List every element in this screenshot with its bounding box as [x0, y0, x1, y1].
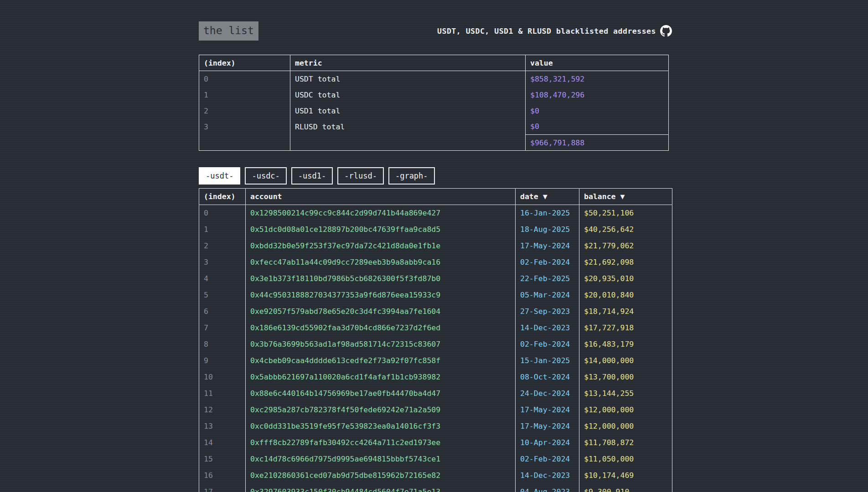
tab-bar: -usdt- -usdc- -usd1- -rlusd- -graph-: [199, 167, 672, 184]
row-date: 16-Jan-2025: [516, 205, 579, 221]
summary-header-row: (index) metric value: [199, 55, 669, 71]
tab-button[interactable]: -usdt-: [199, 167, 240, 184]
summary-row: 3 RLUSD total $0: [199, 119, 669, 135]
row-index: 0: [199, 205, 246, 221]
row-balance: $20,010,840: [579, 287, 672, 303]
row-date: 17-May-2024: [516, 238, 579, 254]
summary-total-empty-metric: [290, 135, 526, 151]
row-balance: $13,700,000: [579, 369, 672, 385]
summary-table: (index) metric value 0 USDT total $858,3…: [199, 55, 669, 151]
row-balance: $12,000,000: [579, 418, 672, 435]
table-row: 17 0x3297603933c150f30cb94484cd5604f7e71…: [199, 484, 672, 492]
table-row: 11 0x88e6c440164b14756969be17ae0fb44470b…: [199, 385, 672, 402]
row-date: 22-Feb-2025: [516, 271, 579, 287]
summary-col-metric: metric: [290, 55, 526, 71]
row-date: 05-Mar-2024: [516, 287, 579, 303]
row-balance: $11,708,872: [579, 435, 672, 451]
table-row: 3 0xfecc47ab11a44c09d9cc7289eeb3b9a8abb9…: [199, 254, 672, 271]
row-account: 0x186e6139cd55902faa3d70b4cd866e7237d2f6…: [246, 320, 516, 336]
row-account: 0xe2102860361ced07ab9d75dbe815962b72165e…: [246, 467, 516, 484]
main-col-balance-sort[interactable]: balance ▼: [579, 189, 672, 205]
row-date: 02-Feb-2024: [516, 254, 579, 271]
summary-row-index: 2: [199, 103, 290, 119]
row-balance: $9,300,910: [579, 484, 672, 492]
summary-row: 0 USDT total $858,321,592: [199, 71, 669, 87]
row-balance: $18,714,924: [579, 303, 672, 320]
main-col-index: (index): [199, 189, 246, 205]
row-index: 10: [199, 369, 246, 385]
row-index: 8: [199, 336, 246, 353]
row-account: 0x5abbb621697a110020a6cd1f4afaf1b1cb9389…: [246, 369, 516, 385]
table-row: 7 0x186e6139cd55902faa3d70b4cd866e7237d2…: [199, 320, 672, 336]
summary-col-index: (index): [199, 55, 290, 71]
row-index: 15: [199, 451, 246, 467]
row-balance: $12,000,000: [579, 402, 672, 418]
table-row: 0 0x1298500214c99cc9c844c2d99d741b44a869…: [199, 205, 672, 221]
row-account: 0xe92057f579abd78e65e20c3d4fc3994aa7fe16…: [246, 303, 516, 320]
main-col-date-sort[interactable]: date ▼: [516, 189, 579, 205]
row-account: 0xfff8cb22789fafb30492cc4264a711c2ed1973…: [246, 435, 516, 451]
row-balance: $20,935,010: [579, 271, 672, 287]
summary-row: 2 USD1 total $0: [199, 103, 669, 119]
tab-button[interactable]: -rlusd-: [337, 167, 384, 184]
page-title: the list: [199, 21, 258, 41]
summary-row: 1 USDC total $108,470,296: [199, 87, 669, 103]
header-subtitle: USDT, USDC, USD1 & RLUSD blacklisted add…: [437, 25, 672, 37]
row-index: 11: [199, 385, 246, 402]
summary-row-value: $0: [526, 119, 669, 135]
row-account: 0xc2985a287cb782378f4f50fede69242e71a2a5…: [246, 402, 516, 418]
row-balance: $21,779,062: [579, 238, 672, 254]
row-index: 2: [199, 238, 246, 254]
tab-button[interactable]: -usd1-: [291, 167, 333, 184]
row-balance: $16,483,179: [579, 336, 672, 353]
table-row: 10 0x5abbb621697a110020a6cd1f4afaf1b1cb9…: [199, 369, 672, 385]
page-header: the list USDT, USDC, USD1 & RLUSD blackl…: [199, 21, 672, 41]
row-index: 14: [199, 435, 246, 451]
row-balance: $10,174,469: [579, 467, 672, 484]
tab-button[interactable]: -graph-: [388, 167, 435, 184]
row-account: 0xc14d78c6966d7975d9995ae694815bbbf5743c…: [246, 451, 516, 467]
summary-row-index: 0: [199, 71, 290, 87]
summary-row-value: $858,321,592: [526, 71, 669, 87]
table-row: 16 0xe2102860361ced07ab9d75dbe815962b721…: [199, 467, 672, 484]
table-row: 15 0xc14d78c6966d7975d9995ae694815bbbf57…: [199, 451, 672, 467]
row-account: 0xfecc47ab11a44c09d9cc7289eeb3b9a8abb9ca…: [246, 254, 516, 271]
row-index: 5: [199, 287, 246, 303]
row-account: 0x44c9503188827034377353a9f6d876eea15933…: [246, 287, 516, 303]
summary-col-value: value: [526, 55, 669, 71]
table-row: 13 0xc0dd331be3519fe95f7e539823ea0a14016…: [199, 418, 672, 435]
summary-row-value: $0: [526, 103, 669, 119]
github-icon: [660, 25, 672, 37]
row-date: 17-May-2024: [516, 402, 579, 418]
table-row: 6 0xe92057f579abd78e65e20c3d4fc3994aa7fe…: [199, 303, 672, 320]
summary-row-metric: RLUSD total: [290, 119, 526, 135]
row-balance: $13,144,255: [579, 385, 672, 402]
tab-button[interactable]: -usdc-: [245, 167, 286, 184]
page: the list USDT, USDC, USD1 & RLUSD blackl…: [199, 21, 672, 492]
row-date: 10-Apr-2024: [516, 435, 579, 451]
summary-row-metric: USD1 total: [290, 103, 526, 119]
table-row: 5 0x44c9503188827034377353a9f6d876eea159…: [199, 287, 672, 303]
blacklist-header-row: (index) account date ▼ balance ▼: [199, 189, 672, 205]
header-subtitle-text: USDT, USDC, USD1 & RLUSD blacklisted add…: [437, 27, 656, 36]
row-date: 04-Aug-2023: [516, 484, 579, 492]
table-row: 2 0xbdd32b0e59f253f37ec97da72c421d8da0e1…: [199, 238, 672, 254]
row-balance: $50,251,106: [579, 205, 672, 221]
table-row: 14 0xfff8cb22789fafb30492cc4264a711c2ed1…: [199, 435, 672, 451]
summary-row-value: $108,470,296: [526, 87, 669, 103]
row-index: 1: [199, 221, 246, 238]
row-date: 14-Dec-2023: [516, 467, 579, 484]
table-row: 8 0x3b76a3699b563ad1af98ad581714c72315c8…: [199, 336, 672, 353]
github-link[interactable]: [660, 25, 672, 37]
row-account: 0x3b76a3699b563ad1af98ad581714c72315c836…: [246, 336, 516, 353]
row-balance: $17,727,918: [579, 320, 672, 336]
table-row: 1 0x51dc0d08a01ce128897b200bc47639ffaa9c…: [199, 221, 672, 238]
row-index: 16: [199, 467, 246, 484]
row-account: 0x51dc0d08a01ce128897b200bc47639ffaa9ca8…: [246, 221, 516, 238]
row-index: 4: [199, 271, 246, 287]
row-account: 0x4cbeb09caa4dddde613cedfe2f73a92f07fc85…: [246, 353, 516, 369]
row-account: 0x1298500214c99cc9c844c2d99d741b44a869e4…: [246, 205, 516, 221]
row-date: 08-Oct-2024: [516, 369, 579, 385]
row-account: 0x3297603933c150f30cb94484cd5604f7e71a5e…: [246, 484, 516, 492]
summary-total-value: $966,791,888: [526, 135, 669, 151]
